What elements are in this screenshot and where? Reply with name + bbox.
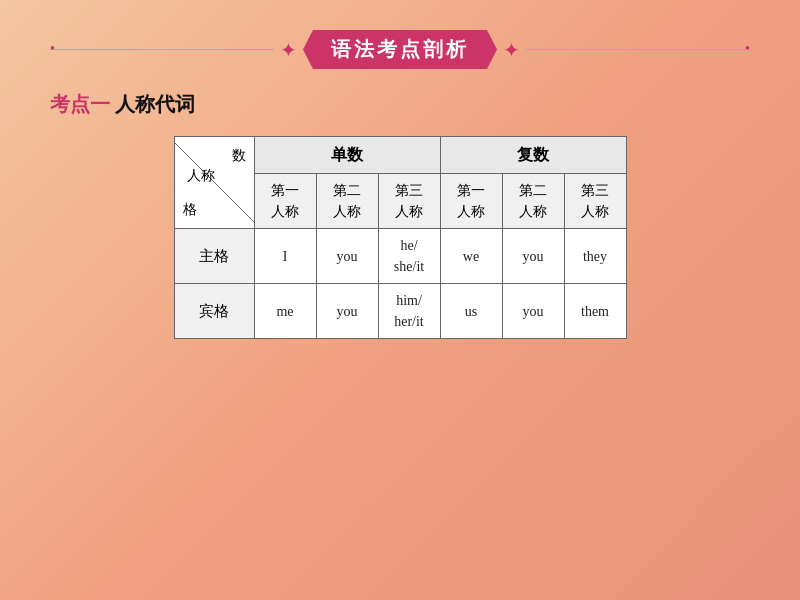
subheader-2nd-plural: 第二人称 (502, 174, 564, 229)
title-line-left (50, 49, 274, 50)
title-box: 语法考点剖析 (303, 30, 497, 69)
page-container: ✦ 语法考点剖析 ✦ 考点一 人称代词 数 (0, 0, 800, 600)
decoration-right-icon: ✦ (503, 38, 520, 62)
table-header-row: 数 人称 格 单数 复数 (174, 137, 626, 174)
cell-acc-2pl: you (502, 284, 564, 339)
table-wrapper: 数 人称 格 单数 复数 第一人称 第二人称 第三人称 第一人称 第二人称 第三… (50, 136, 750, 339)
cell-acc-1pl: us (440, 284, 502, 339)
title-banner: ✦ 语法考点剖析 ✦ (50, 30, 750, 69)
corner-label-shu: 数 (232, 145, 246, 166)
subheader-1st-plural: 第一人称 (440, 174, 502, 229)
table-row-nominative: 主格 I you he/she/it we you they (174, 229, 626, 284)
cell-nom-2pl: you (502, 229, 564, 284)
corner-label-rencheng: 人称 (187, 165, 215, 186)
cell-nom-2sg: you (316, 229, 378, 284)
header-plural: 复数 (440, 137, 626, 174)
pronoun-table: 数 人称 格 单数 复数 第一人称 第二人称 第三人称 第一人称 第二人称 第三… (174, 136, 627, 339)
cell-acc-2sg: you (316, 284, 378, 339)
row-header-nominative: 主格 (174, 229, 254, 284)
subheader-3rd-plural: 第三人称 (564, 174, 626, 229)
subtitle-prefix: 考点一 (50, 93, 110, 115)
cell-nom-1pl: we (440, 229, 502, 284)
section-subtitle: 考点一 人称代词 (50, 91, 750, 118)
title-line-right (526, 49, 750, 50)
table-row-accusative: 宾格 me you him/her/it us you them (174, 284, 626, 339)
cell-nom-3sg: he/she/it (378, 229, 440, 284)
cell-acc-3pl: them (564, 284, 626, 339)
table-corner-cell: 数 人称 格 (174, 137, 254, 229)
cell-nom-3pl: they (564, 229, 626, 284)
cell-acc-1sg: me (254, 284, 316, 339)
row-header-accusative: 宾格 (174, 284, 254, 339)
subtitle-suffix: 人称代词 (115, 93, 195, 115)
subheader-2nd-singular: 第二人称 (316, 174, 378, 229)
corner-label-ge: 格 (183, 199, 197, 220)
cell-acc-3sg: him/her/it (378, 284, 440, 339)
title-text: 语法考点剖析 (331, 38, 469, 60)
header-singular: 单数 (254, 137, 440, 174)
cell-nom-1sg: I (254, 229, 316, 284)
decoration-left-icon: ✦ (280, 38, 297, 62)
subheader-1st-singular: 第一人称 (254, 174, 316, 229)
subheader-3rd-singular: 第三人称 (378, 174, 440, 229)
